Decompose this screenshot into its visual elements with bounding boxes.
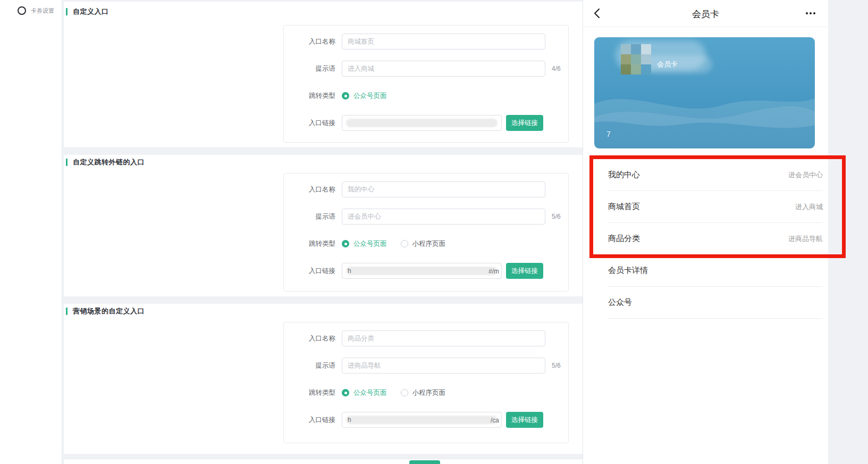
phone-page-title: 会员卡 <box>583 8 828 20</box>
list-item-label: 商品分类 <box>608 234 640 244</box>
form-row: 入口链接h/ca选择链接 <box>292 412 568 428</box>
phone-preview: 会员卡 会员卡 7 我的中心进会员中心商城首页进入商城商品分类进商品导航会员卡详… <box>583 0 828 464</box>
form-box: 入口名称商城首页提示语进入商城4/6跳转类型公众号页面入口链接选择链接 <box>283 25 569 143</box>
input-value: 进商品导航 <box>348 361 381 370</box>
form-row: 入口名称商品分类 <box>292 330 568 346</box>
section-title-bar-icon <box>66 308 68 315</box>
form-row: 跳转类型公众号页面 <box>292 88 568 104</box>
settings-form-area: 自定义入口入口名称商城首页提示语进入商城4/6跳转类型公众号页面入口链接选择链接… <box>62 0 583 464</box>
field-label: 提示语 <box>292 64 335 73</box>
field-label: 跳转类型 <box>292 239 335 248</box>
list-item-label: 公众号 <box>608 297 632 308</box>
radio-unselected-icon <box>401 389 408 396</box>
section-title: 自定义跳转外链的入口 <box>66 158 145 167</box>
blurred-link-value <box>346 267 498 275</box>
field-label: 提示语 <box>292 361 335 370</box>
link-input[interactable] <box>342 115 502 131</box>
radio-option-label: 公众号页面 <box>353 388 387 397</box>
link-suffix: #/m <box>488 268 499 275</box>
text-input[interactable]: 进商品导航 <box>342 358 545 374</box>
list-item-hint: 进入商城 <box>795 202 823 212</box>
section-title: 自定义入口 <box>66 7 109 16</box>
save-button[interactable] <box>409 460 440 464</box>
radio-option[interactable]: 小程序页面 <box>401 388 446 397</box>
list-item[interactable]: 我的中心进会员中心 <box>608 159 823 191</box>
input-value: 商品分类 <box>348 334 374 343</box>
field-label: 入口名称 <box>292 37 335 46</box>
section-title-text: 营销场景的自定义入口 <box>73 306 145 316</box>
input-value: 我的中心 <box>348 185 374 194</box>
phone-header: 会员卡 <box>583 0 828 27</box>
radio-icon <box>18 6 26 15</box>
list-item-hint: 进会员中心 <box>788 170 823 180</box>
field-label: 入口链接 <box>292 119 335 128</box>
sidebar: 卡券设置 <box>0 0 62 464</box>
form-section-card: 自定义入口入口名称商城首页提示语进入商城4/6跳转类型公众号页面入口链接选择链接 <box>64 2 583 147</box>
list-item[interactable]: 商品分类进商品导航 <box>608 223 823 255</box>
blurred-link-value <box>346 416 498 424</box>
text-input[interactable]: 商品分类 <box>342 330 545 346</box>
radio-option[interactable]: 公众号页面 <box>342 239 387 248</box>
section-title-bar-icon <box>66 8 68 15</box>
section-title-text: 自定义入口 <box>73 7 109 16</box>
choose-link-button[interactable]: 选择链接 <box>506 115 543 131</box>
card-number: 7 <box>606 130 611 138</box>
more-menu-icon[interactable] <box>806 12 815 14</box>
footer-bar <box>64 459 583 464</box>
form-section-card: 自定义跳转外链的入口入口名称我的中心提示语进会员中心5/6跳转类型公众号页面小程… <box>64 155 583 296</box>
char-counter: 4/6 <box>552 65 561 72</box>
blurred-link-value <box>346 119 498 127</box>
field-label: 入口链接 <box>292 416 335 425</box>
link-input[interactable]: h/ca <box>342 412 502 428</box>
input-value: 商城首页 <box>348 37 374 46</box>
list-item-label: 商城首页 <box>608 202 640 212</box>
radio-option-label: 公众号页面 <box>353 92 387 101</box>
card-wave-decoration <box>594 37 815 148</box>
form-row: 提示语进入商城4/6 <box>292 61 568 77</box>
form-section-card: 营销场景的自定义入口入口名称商品分类提示语进商品导航5/6跳转类型公众号页面小程… <box>64 304 583 454</box>
field-label: 入口名称 <box>292 334 335 343</box>
section-title-bar-icon <box>66 159 68 166</box>
list-item[interactable]: 会员卡详情 <box>608 255 823 287</box>
radio-option[interactable]: 小程序页面 <box>401 239 446 248</box>
form-row: 提示语进商品导航5/6 <box>292 358 568 374</box>
field-label: 跳转类型 <box>292 92 335 101</box>
list-item-label: 我的中心 <box>608 170 640 180</box>
choose-link-button[interactable]: 选择链接 <box>506 263 543 279</box>
radio-selected-icon <box>342 92 349 100</box>
list-item-hint: 进商品导航 <box>788 234 823 244</box>
form-box: 入口名称我的中心提示语进会员中心5/6跳转类型公众号页面小程序页面入口链接h#/… <box>283 173 569 292</box>
membership-card: 会员卡 7 <box>594 37 815 148</box>
link-prefix: h <box>348 267 351 275</box>
card-title: 会员卡 <box>657 60 678 69</box>
radio-selected-icon <box>342 389 349 396</box>
radio-unselected-icon <box>401 240 408 247</box>
form-row: 入口链接选择链接 <box>292 115 568 131</box>
form-row: 入口名称我的中心 <box>292 181 568 197</box>
radio-selected-icon <box>342 240 349 247</box>
list-item[interactable]: 公众号 <box>608 287 823 319</box>
text-input[interactable]: 进会员中心 <box>342 209 545 225</box>
link-input[interactable]: h#/m <box>342 263 502 279</box>
radio-option-label: 小程序页面 <box>412 388 446 397</box>
radio-option[interactable]: 公众号页面 <box>342 388 387 397</box>
text-input[interactable]: 进入商城 <box>342 61 545 77</box>
text-input[interactable]: 我的中心 <box>342 181 545 197</box>
input-value: 进会员中心 <box>348 212 381 221</box>
text-input[interactable]: 商城首页 <box>342 34 545 49</box>
list-item[interactable]: 商城首页进入商城 <box>608 191 823 223</box>
field-label: 提示语 <box>292 212 335 221</box>
form-row: 跳转类型公众号页面小程序页面 <box>292 236 568 252</box>
radio-option[interactable]: 公众号页面 <box>342 92 387 101</box>
char-counter: 5/6 <box>552 362 561 369</box>
form-row: 入口链接h#/m选择链接 <box>292 263 568 279</box>
form-row: 提示语进会员中心5/6 <box>292 209 568 225</box>
link-suffix: /ca <box>491 417 499 424</box>
form-row: 入口名称商城首页 <box>292 34 568 49</box>
field-label: 跳转类型 <box>292 388 335 397</box>
entry-list: 我的中心进会员中心商城首页进入商城商品分类进商品导航会员卡详情公众号 <box>608 159 823 319</box>
form-box: 入口名称商品分类提示语进商品导航5/6跳转类型公众号页面小程序页面入口链接h/c… <box>283 322 569 443</box>
radio-option-label: 小程序页面 <box>412 239 446 248</box>
sidebar-item-card-settings[interactable]: 卡券设置 <box>18 6 54 15</box>
choose-link-button[interactable]: 选择链接 <box>506 412 543 428</box>
